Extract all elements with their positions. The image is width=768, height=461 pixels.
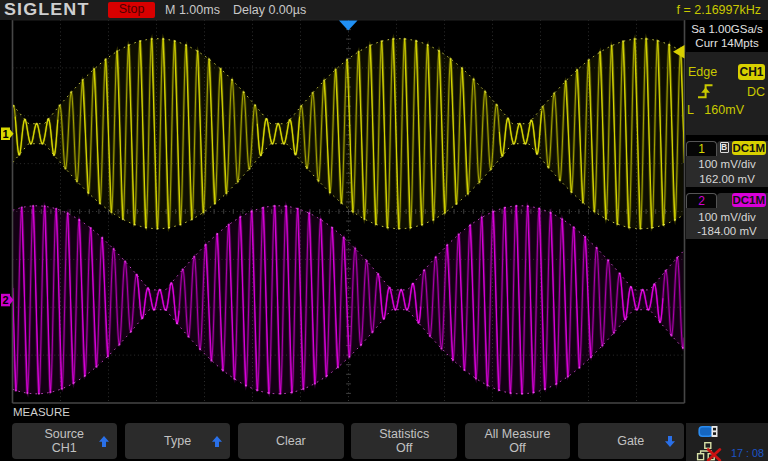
svg-text:2: 2: [2, 294, 8, 306]
svg-text:1: 1: [2, 128, 8, 140]
svg-text:17 : 08: 17 : 08: [731, 447, 764, 459]
